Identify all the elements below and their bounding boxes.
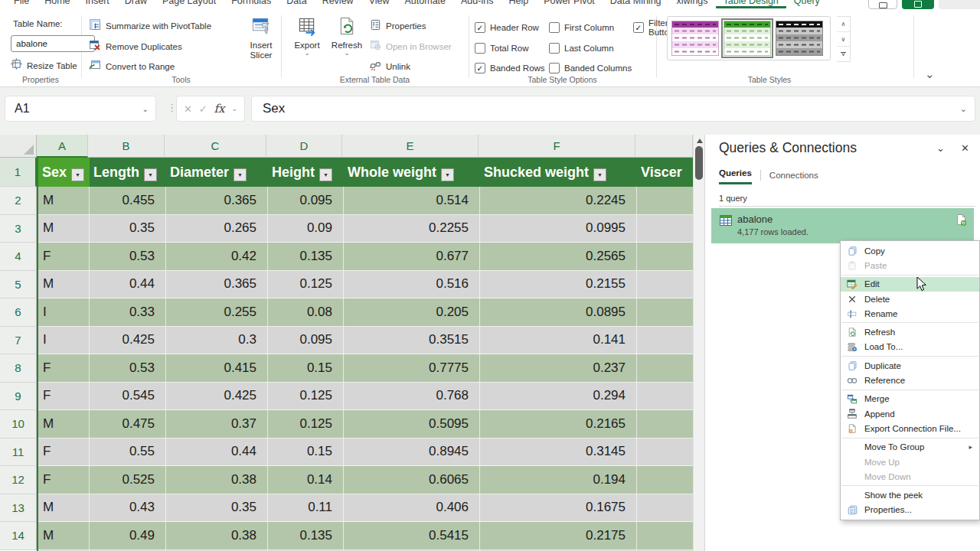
window-control-button[interactable]: [939, 0, 980, 9]
gallery-scroll-down-button[interactable]: ∨: [837, 32, 850, 47]
filter-dropdown-icon[interactable]: ▼: [441, 168, 454, 181]
cell[interactable]: 0.2255: [344, 215, 480, 243]
cell[interactable]: M: [38, 410, 90, 439]
cell[interactable]: M: [38, 494, 90, 523]
cell[interactable]: [637, 243, 693, 271]
cell[interactable]: 0.0995: [480, 215, 637, 243]
cell[interactable]: 0.125: [268, 410, 344, 439]
cell[interactable]: 0.44: [90, 271, 166, 299]
cell[interactable]: [637, 187, 693, 215]
resize-table-button[interactable]: Resize Table: [11, 58, 77, 73]
external-properties-button[interactable]: Properties: [367, 16, 455, 37]
column-header-partial[interactable]: [635, 135, 693, 158]
cell[interactable]: 0.15: [268, 354, 344, 383]
cell[interactable]: 0.35: [90, 215, 166, 243]
cell[interactable]: [637, 215, 693, 243]
tab-home[interactable]: Home: [37, 0, 77, 8]
table-header-whole-weight[interactable]: Whole weight▼: [344, 158, 480, 187]
cell[interactable]: 0.2565: [480, 243, 637, 271]
cell[interactable]: 0.425: [166, 383, 268, 411]
cell[interactable]: F: [38, 466, 90, 494]
cell[interactable]: 0.545: [90, 383, 166, 411]
cell[interactable]: 0.2165: [480, 410, 637, 439]
summarize-with-pivottable-button[interactable]: Summarize with PivotTable: [86, 16, 214, 37]
cell[interactable]: 0.455: [90, 187, 166, 215]
cell[interactable]: 0.38: [166, 466, 268, 494]
cell[interactable]: 0.365: [166, 187, 268, 215]
export-dropdown-chevron[interactable]: ⌄: [289, 51, 325, 57]
cell[interactable]: 0.42: [166, 243, 268, 271]
row-header-3[interactable]: 3: [0, 215, 37, 243]
cell[interactable]: 0.125: [268, 383, 344, 411]
cell[interactable]: 0.33: [90, 298, 166, 327]
menu-item-delete[interactable]: Delete: [841, 292, 979, 306]
row-header-11[interactable]: 11: [0, 439, 37, 467]
cell[interactable]: 0.265: [166, 215, 268, 243]
cell[interactable]: [637, 439, 693, 467]
checkbox-banded-rows[interactable]: ✓Banded Rows: [475, 63, 549, 73]
cell[interactable]: 0.768: [344, 383, 480, 411]
cell[interactable]: 0.3145: [480, 439, 637, 467]
cell[interactable]: 0.135: [268, 243, 344, 271]
cell[interactable]: 0.2155: [480, 271, 637, 299]
row-header-12[interactable]: 12: [0, 466, 37, 494]
collapse-ribbon-chevron[interactable]: ⌄: [925, 67, 935, 81]
scrollbar-thumb[interactable]: [695, 146, 703, 180]
table-header-length[interactable]: Length▼: [90, 158, 166, 187]
worksheet-grid[interactable]: ABCDEF 1234567891011121314 Sex▼Length▼Di…: [0, 135, 693, 551]
tab-data[interactable]: Data: [279, 0, 314, 8]
tab-insert[interactable]: Insert: [78, 0, 117, 8]
row-header-10[interactable]: 10: [0, 410, 37, 439]
column-header-A[interactable]: A: [37, 135, 88, 158]
cell[interactable]: 0.1675: [480, 494, 637, 523]
cell[interactable]: M: [38, 187, 90, 215]
column-header-B[interactable]: B: [88, 135, 165, 158]
cell[interactable]: 0.11: [268, 494, 344, 523]
row-header-6[interactable]: 6: [0, 298, 37, 327]
row-header-9[interactable]: 9: [0, 383, 37, 411]
refresh-button[interactable]: Refresh ⌄: [327, 16, 367, 57]
vertical-scrollbar[interactable]: [693, 135, 705, 551]
cell[interactable]: 0.44: [166, 439, 268, 467]
tab-file[interactable]: File: [6, 0, 37, 8]
cell[interactable]: 0.5415: [344, 522, 480, 550]
filter-dropdown-icon[interactable]: ▼: [234, 168, 247, 181]
cell[interactable]: 0.294: [480, 383, 637, 411]
cell[interactable]: 0.516: [344, 271, 480, 299]
tab-page-layout[interactable]: Page Layout: [155, 0, 224, 8]
query-refresh-file-icon[interactable]: [956, 214, 967, 230]
cell[interactable]: [637, 271, 693, 299]
tab-data-mining[interactable]: Data Mining: [603, 0, 669, 8]
cell[interactable]: [637, 522, 693, 550]
menu-item-show-the-peek[interactable]: Show the peek: [841, 487, 979, 502]
cell[interactable]: 0.514: [344, 187, 480, 215]
checkbox-total-row[interactable]: Total Row: [475, 43, 549, 54]
name-box[interactable]: A1 ⌄: [5, 96, 156, 122]
tab-help[interactable]: Help: [501, 0, 536, 8]
select-all-corner[interactable]: [0, 135, 37, 158]
cell[interactable]: M: [38, 522, 90, 550]
cell[interactable]: 0.09: [268, 215, 344, 243]
cell[interactable]: [637, 383, 693, 411]
tab-power-pivot[interactable]: Power Pivot: [536, 0, 603, 8]
cell[interactable]: F: [38, 354, 90, 383]
enter-icon[interactable]: ✓: [199, 103, 207, 115]
cell[interactable]: 0.5095: [344, 410, 480, 439]
filter-dropdown-icon[interactable]: ▼: [319, 168, 332, 181]
cell[interactable]: 0.677: [344, 243, 480, 271]
filter-dropdown-icon[interactable]: ▼: [593, 168, 606, 181]
cell[interactable]: 0.7775: [344, 354, 480, 383]
cell[interactable]: 0.53: [90, 354, 166, 383]
cell[interactable]: [637, 494, 693, 523]
fx-chevron[interactable]: ⌄: [231, 105, 237, 112]
cancel-icon[interactable]: ✕: [184, 103, 192, 115]
cell[interactable]: 0.3: [166, 327, 268, 355]
cell[interactable]: 0.525: [90, 466, 166, 494]
menu-item-append[interactable]: Append: [841, 406, 979, 421]
checkbox-header-row[interactable]: ✓Header Row: [475, 22, 549, 33]
row-header-4[interactable]: 4: [0, 243, 37, 271]
cell[interactable]: 0.475: [90, 410, 166, 439]
cell[interactable]: 0.6065: [344, 466, 480, 494]
table-header-shucked-weight[interactable]: Shucked weight▼: [480, 158, 637, 187]
row-header-8[interactable]: 8: [0, 354, 37, 383]
